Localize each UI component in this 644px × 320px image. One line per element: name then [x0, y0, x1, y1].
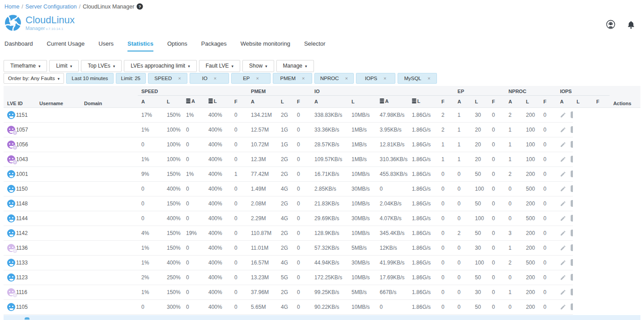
pmem-f: 0: [293, 240, 311, 255]
tab-current-usage[interactable]: Current Usage: [47, 40, 85, 51]
edit-pencil-icon[interactable]: [560, 156, 566, 162]
bar-chart-button[interactable]: [571, 244, 573, 251]
bell-icon[interactable]: [627, 20, 635, 29]
bar-chart-button[interactable]: [571, 289, 573, 295]
io-db-l: 1.86G/s: [408, 211, 438, 226]
edit-pencil-icon[interactable]: [560, 230, 566, 236]
breadcrumb-server-configuration[interactable]: Server Configuration: [25, 4, 77, 10]
toolbar-button-lves-approaching-limit[interactable]: LVEs approaching limit▾: [124, 60, 196, 72]
pmem-f: 0: [293, 122, 311, 137]
tab-packages[interactable]: Packages: [201, 40, 227, 51]
close-icon[interactable]: ×: [178, 76, 181, 81]
nproc-a: 1: [505, 285, 522, 299]
bar-chart-button[interactable]: [571, 185, 573, 192]
nproc-l: 500: [522, 181, 540, 196]
edit-pencil-icon[interactable]: [560, 274, 566, 281]
domain-cell: [80, 270, 138, 285]
actions-cell: [556, 255, 573, 270]
tab-dashboard[interactable]: Dashboard: [4, 40, 33, 51]
bar-chart-button[interactable]: [571, 230, 573, 236]
group-header-nproc: NPROC: [505, 86, 556, 95]
close-icon[interactable]: ×: [428, 76, 430, 81]
bar-chart-button[interactable]: [571, 156, 573, 162]
tab-website-monitoring[interactable]: Website monitoring: [241, 40, 290, 51]
edit-pencil-icon[interactable]: [560, 260, 566, 266]
lve-avatar-icon: [7, 170, 15, 178]
bar-chart-button[interactable]: [571, 111, 573, 118]
toolbar-button-limit[interactable]: Limit▾: [49, 60, 79, 72]
io-f: 0: [438, 196, 454, 211]
nproc-l: 200: [522, 299, 540, 314]
lve-id: 1056: [16, 141, 28, 148]
close-icon[interactable]: ×: [256, 76, 258, 81]
nproc-a: 0: [505, 211, 522, 226]
lve-id-cell: 1001: [4, 166, 36, 181]
col-header-username: Username: [36, 86, 80, 107]
pmem-l: 5G: [277, 270, 293, 285]
help-icon[interactable]: ?: [136, 3, 143, 10]
ep-f: 0: [488, 226, 505, 240]
nproc-f: 0: [540, 196, 556, 211]
io-l: 5MB/s: [348, 285, 376, 299]
edit-pencil-icon[interactable]: [560, 215, 566, 222]
breadcrumb-home[interactable]: Home: [4, 4, 19, 10]
breadcrumb-cloudlinux-manager: CloudLinux Manager: [83, 4, 134, 10]
support-icon[interactable]: [606, 20, 615, 29]
io-l: 10MB/s: [348, 107, 376, 122]
bar-chart-button[interactable]: [571, 171, 573, 177]
bar-chart-button[interactable]: [571, 126, 573, 133]
edit-pencil-icon[interactable]: [560, 112, 566, 118]
edit-pencil-icon[interactable]: [560, 201, 566, 207]
bar-chart-button[interactable]: [571, 141, 573, 148]
ep-l: 50: [471, 166, 488, 181]
edit-pencil-icon[interactable]: [560, 186, 566, 192]
io-db-a: 0: [376, 299, 408, 314]
io-l: 1MB/s: [348, 137, 376, 152]
tab-selector[interactable]: Selector: [304, 40, 326, 51]
pmem-l: 2G: [277, 226, 293, 240]
nproc-l: 500: [522, 255, 540, 270]
bar-chart-button[interactable]: [571, 274, 573, 281]
table-row-lve-1057: 1057 1% 100% 0 400% 0 12.57M 1G 0 33.36K…: [4, 122, 640, 137]
edit-pencil-icon[interactable]: [560, 289, 566, 295]
toolbar-button-top-lves[interactable]: Top LVEs▾: [81, 60, 122, 72]
close-icon[interactable]: ×: [345, 76, 348, 81]
tab-options[interactable]: Options: [167, 40, 187, 51]
lve-rows: 1151 17% 150% 1% 400% 0 134.21M 2G 0 338…: [4, 107, 640, 314]
ep-f: 0: [488, 152, 505, 166]
edit-pencil-icon[interactable]: [560, 141, 566, 148]
ep-f: 0: [488, 240, 505, 255]
toolbar-button-fault-lve[interactable]: Fault LVE▾: [199, 60, 240, 72]
tab-users[interactable]: Users: [98, 40, 114, 51]
nproc-a: 0: [505, 196, 522, 211]
edit-pencil-icon[interactable]: [560, 245, 566, 251]
bar-chart-button[interactable]: [571, 215, 573, 222]
close-icon[interactable]: ×: [214, 76, 216, 81]
order-by-button[interactable]: Order by: Any Faults▾: [4, 73, 64, 84]
io-db-l: 1.86G/s: [408, 166, 438, 181]
close-icon[interactable]: ×: [384, 76, 386, 81]
speed-db-a: 0: [182, 285, 205, 299]
edit-pencil-icon[interactable]: [560, 304, 566, 310]
toolbar-button-manage[interactable]: Manage▾: [276, 60, 314, 72]
lve-avatar-icon: [7, 141, 15, 149]
domain-cell: [80, 166, 138, 181]
edit-pencil-icon[interactable]: [560, 127, 566, 133]
ep-a: 0: [454, 255, 471, 270]
tab-statistics[interactable]: Statistics: [127, 40, 153, 51]
io-db-l: 1.86G/s: [408, 107, 438, 122]
edit-pencil-icon[interactable]: [560, 171, 566, 177]
bar-chart-button[interactable]: [571, 200, 573, 207]
bar-chart-button[interactable]: [571, 303, 573, 310]
group-header-pmem: PMEM: [247, 86, 311, 95]
filter-chip-ep: EP×: [231, 73, 271, 84]
io-db-a: 12KB/s: [376, 240, 408, 255]
toolbar-button-show[interactable]: Show▾: [242, 60, 274, 72]
lve-id: 1133: [16, 260, 28, 266]
pmem-f: 0: [293, 107, 311, 122]
close-icon[interactable]: ×: [302, 76, 305, 81]
io-a: 172.25KB/s: [311, 270, 348, 285]
toolbar-button-timeframe[interactable]: Timeframe▾: [4, 60, 47, 72]
bar-chart-button[interactable]: [571, 259, 573, 266]
io-a: 338.83KB/s: [311, 107, 348, 122]
